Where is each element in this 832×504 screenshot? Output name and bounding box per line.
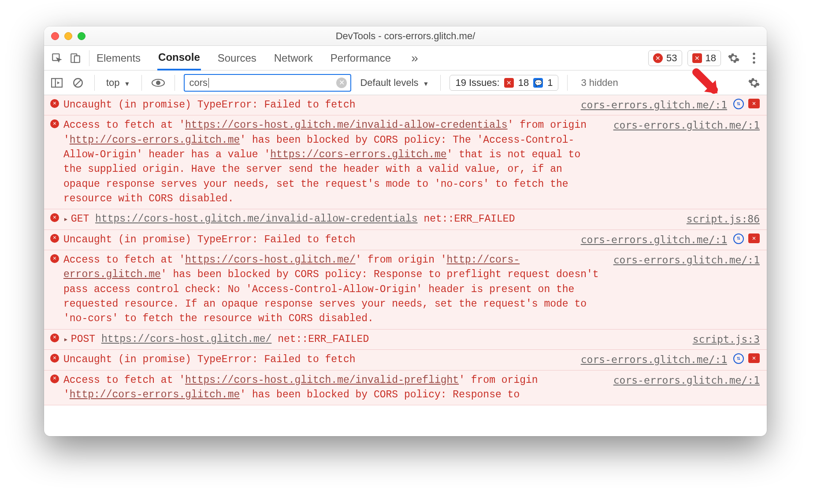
minimize-window-button[interactable] (64, 32, 72, 40)
separator (440, 75, 441, 91)
devtools-window: DevTools - cors-errors.glitch.me/ Elemen… (44, 26, 767, 436)
source-link[interactable]: script.js:86 (687, 212, 760, 226)
window-controls (51, 32, 85, 40)
source-link[interactable]: cors-errors.glitch.me/:1 (613, 253, 760, 267)
issues-chip[interactable]: 19 Issues: ✕ 18 💬 1 (449, 75, 558, 91)
console-message[interactable]: ✕Uncaught (in promise) TypeError: Failed… (44, 230, 767, 250)
separator (94, 75, 95, 91)
inspect-element-icon[interactable] (49, 51, 64, 66)
titlebar: DevTools - cors-errors.glitch.me/ (44, 26, 767, 46)
issue-icon[interactable]: ✕ (748, 233, 760, 243)
console-message[interactable]: ✕Access to fetch at 'https://cors-host.g… (44, 115, 767, 209)
device-toolbar-icon[interactable] (68, 51, 83, 66)
tab-console[interactable]: Console (157, 46, 201, 70)
zoom-window-button[interactable] (78, 32, 85, 40)
console-toolbar: top cors ✕ Default levels 19 Issues: ✕ 1… (44, 70, 767, 95)
console-output: ✕Uncaught (in promise) TypeError: Failed… (44, 95, 767, 405)
message-actions: ⇅✕ (733, 233, 760, 244)
tab-network[interactable]: Network (273, 47, 314, 70)
context-selector[interactable]: top (104, 75, 133, 90)
console-settings-icon[interactable] (747, 75, 761, 90)
error-badge-count: 18 (706, 52, 716, 64)
error-icon: ✕ (50, 334, 62, 342)
log-levels-selector[interactable]: Default levels (357, 75, 431, 90)
error-icon: ✕ (50, 254, 62, 263)
svg-point-4 (753, 57, 755, 59)
separator (89, 50, 89, 66)
live-expression-icon[interactable] (151, 75, 166, 90)
settings-icon[interactable] (726, 51, 741, 66)
issue-icon[interactable]: ✕ (748, 99, 760, 108)
window-title: DevTools - cors-errors.glitch.me/ (50, 30, 761, 42)
issues-error-count: 18 (518, 77, 529, 89)
console-message[interactable]: ✕Access to fetch at 'https://cors-host.g… (44, 371, 767, 406)
replay-xhr-icon[interactable]: ⇅ (733, 233, 744, 244)
svg-rect-6 (52, 78, 62, 87)
source-link[interactable]: cors-errors.glitch.me/:1 (581, 98, 727, 112)
context-label: top (106, 77, 120, 89)
separator (175, 75, 175, 91)
clear-console-icon[interactable] (71, 75, 85, 90)
tab-elements[interactable]: Elements (96, 47, 141, 70)
error-icon: ✕ (50, 99, 62, 108)
svg-point-9 (156, 81, 160, 85)
tab-performance[interactable]: Performance (330, 47, 392, 70)
message-actions: ⇅✕ (733, 353, 760, 364)
error-icon: ✕ (50, 119, 62, 128)
levels-label: Default levels (360, 77, 418, 89)
separator (567, 75, 568, 91)
error-badge-icon: ✕ (692, 53, 702, 63)
console-message[interactable]: ✕Uncaught (in promise) TypeError: Failed… (44, 95, 767, 115)
message-body: POST https://cors-host.glitch.me/ net::E… (62, 332, 684, 347)
console-message[interactable]: ✕Uncaught (in promise) TypeError: Failed… (44, 350, 767, 370)
message-body: Access to fetch at 'https://cors-host.gl… (62, 373, 605, 403)
error-icon: ✕ (50, 354, 62, 363)
error-icon: ✕ (50, 374, 62, 383)
message-body: Uncaught (in promise) TypeError: Failed … (62, 233, 572, 247)
message-body: GET https://cors-host.glitch.me/invalid-… (62, 212, 678, 226)
svg-point-5 (753, 61, 755, 63)
hidden-count[interactable]: 3 hidden (581, 77, 618, 89)
message-body: Uncaught (in promise) TypeError: Failed … (62, 98, 572, 112)
message-body: Uncaught (in promise) TypeError: Failed … (62, 352, 572, 367)
message-body: Access to fetch at 'https://cors-host.gl… (62, 253, 605, 326)
close-window-button[interactable] (51, 32, 59, 40)
issues-label: 19 Issues: (455, 77, 499, 89)
issues-error-icon: ✕ (504, 78, 514, 88)
panel-tabs: Elements Console Sources Network Perform… (96, 46, 422, 70)
tab-sources[interactable]: Sources (217, 47, 257, 70)
error-icon: ✕ (653, 53, 663, 63)
source-link[interactable]: cors-errors.glitch.me/:1 (613, 373, 760, 388)
source-link[interactable]: cors-errors.glitch.me/:1 (581, 233, 727, 247)
toolbar-right: ✕ 53 ✕ 18 (648, 50, 761, 66)
issues-info-icon: 💬 (533, 78, 543, 88)
replay-xhr-icon[interactable]: ⇅ (733, 99, 744, 109)
message-body: Access to fetch at 'https://cors-host.gl… (62, 118, 605, 206)
show-sidebar-icon[interactable] (49, 75, 64, 90)
filter-value: cors (189, 77, 208, 89)
replay-xhr-icon[interactable]: ⇅ (733, 353, 744, 364)
error-badge-chip[interactable]: ✕ 18 (687, 50, 721, 66)
more-tabs-button[interactable]: » (408, 51, 422, 65)
message-actions: ⇅✕ (733, 99, 760, 109)
main-toolbar: Elements Console Sources Network Perform… (44, 46, 767, 70)
error-count-chip[interactable]: ✕ 53 (648, 50, 682, 66)
error-icon: ✕ (50, 213, 62, 222)
error-count: 53 (666, 52, 677, 64)
error-icon: ✕ (50, 234, 62, 243)
source-link[interactable]: cors-errors.glitch.me/:1 (581, 352, 727, 367)
separator (141, 75, 142, 91)
source-link[interactable]: script.js:3 (693, 332, 760, 347)
console-message[interactable]: ✕Access to fetch at 'https://cors-host.g… (44, 250, 767, 330)
issue-icon[interactable]: ✕ (748, 353, 760, 363)
clear-filter-icon[interactable]: ✕ (336, 78, 347, 88)
text-cursor (208, 78, 209, 88)
source-link[interactable]: cors-errors.glitch.me/:1 (613, 118, 760, 133)
kebab-menu-icon[interactable] (747, 51, 761, 66)
svg-point-3 (753, 52, 755, 55)
svg-rect-2 (74, 56, 80, 62)
console-message[interactable]: ✕POST https://cors-host.glitch.me/ net::… (44, 330, 767, 350)
console-message[interactable]: ✕GET https://cors-host.glitch.me/invalid… (44, 209, 767, 230)
filter-input[interactable]: cors ✕ (184, 74, 351, 92)
annotation-arrow-icon (692, 68, 723, 99)
